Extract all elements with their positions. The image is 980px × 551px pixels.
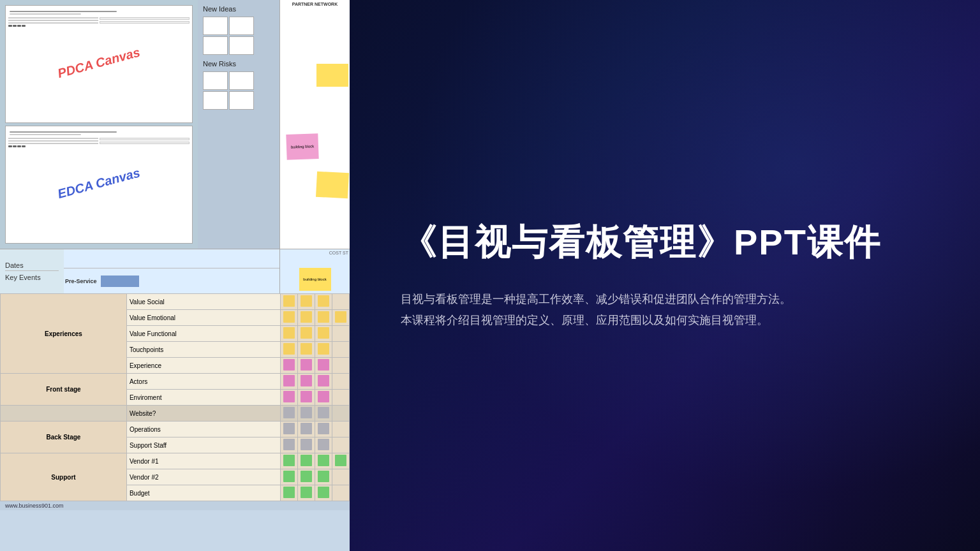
- grid-cell-2: [229, 17, 254, 35]
- left-panel: PDCA Canvas: [0, 0, 350, 551]
- cell-tp-2: [298, 342, 315, 358]
- cell-vs-2: [298, 294, 315, 310]
- timeline-section: Dates Key Events Pre-Service COST ST bui…: [0, 249, 350, 293]
- slide-thumb-2[interactable]: EDCA Canvas: [5, 126, 193, 244]
- cell-ss-3: [315, 437, 332, 453]
- grid-cell-4: [229, 36, 254, 55]
- subtitle: 目视与看板管理是一种提高工作效率、减少错误和促进团队合作的管理方法。 本课程将介…: [401, 289, 847, 330]
- cell-act-4: [332, 374, 350, 390]
- row-vendor2: Vendor #2: [126, 469, 280, 485]
- row-enviroment: Enviroment: [126, 390, 280, 406]
- cell-v2-4: [332, 469, 350, 485]
- dates-label: Dates: [5, 260, 59, 271]
- row-budget: Budget: [126, 485, 280, 501]
- group-experiences: Experiences: [1, 294, 127, 374]
- cell-bud-3: [315, 485, 332, 501]
- risk-cell-3: [203, 91, 228, 110]
- cell-ve-2: [298, 310, 315, 326]
- service-map-table: Experiences Value Social Value Emotional…: [0, 293, 350, 501]
- cell-tp-4: [332, 342, 350, 358]
- group-website-empty: [1, 406, 127, 422]
- pre-service-bar: [101, 276, 139, 287]
- cell-act-3: [315, 374, 332, 390]
- table-row: Back Stage Operations: [1, 422, 350, 437]
- table-row: Front stage Actors: [1, 374, 350, 390]
- cell-ss-4: [332, 437, 350, 453]
- sticky-pink-1: building block: [286, 133, 318, 160]
- description-line-1: 目视与看板管理是一种提高工作效率、减少错误和促进团队合作的管理方法。: [401, 289, 847, 309]
- table-row: Website?: [1, 406, 350, 422]
- cell-v1-3: [315, 453, 332, 469]
- grid-cell-3: [203, 36, 228, 55]
- cell-ve-1: [281, 310, 298, 326]
- bottom-bar: www.business901.com: [0, 501, 350, 510]
- risk-cell-2: [229, 71, 254, 90]
- row-value-functional: Value Functional: [126, 326, 280, 342]
- cell-vs-3: [315, 294, 332, 310]
- description-line-2: 本课程将介绍目视管理的定义、原理、应用范围以及如何实施目视管理。: [401, 310, 847, 330]
- cell-tp-3: [315, 342, 332, 358]
- cost-structure-label: COST ST: [280, 249, 350, 256]
- cell-exp-1: [281, 358, 298, 374]
- grid-cell-1: [203, 17, 228, 35]
- cell-env-1: [281, 390, 298, 406]
- sticky-yellow-1: [316, 172, 349, 199]
- cell-v1-1: [281, 453, 298, 469]
- row-operations: Operations: [126, 422, 280, 437]
- row-value-social: Value Social: [126, 294, 280, 310]
- main-title: 《目视与看板管理》PPT课件: [401, 221, 929, 263]
- cell-exp-3: [315, 358, 332, 374]
- cell-ops-2: [298, 422, 315, 437]
- row-website: Website?: [126, 406, 280, 422]
- cell-vs-1: [281, 294, 298, 310]
- cell-ss-1: [281, 437, 298, 453]
- cell-vf-3: [315, 326, 332, 342]
- cell-ve-3: [315, 310, 332, 326]
- new-risks-grid: [203, 71, 254, 110]
- cell-tp-1: [281, 342, 298, 358]
- cell-web-1: [281, 406, 298, 422]
- row-vendor1: Vendor #1: [126, 453, 280, 469]
- risk-cell-1: [203, 71, 228, 90]
- cell-v2-2: [298, 469, 315, 485]
- pre-service-label: Pre-Service: [64, 277, 98, 286]
- dates-row: [64, 249, 279, 268]
- cell-v1-4: [332, 453, 350, 469]
- cell-bud-4: [332, 485, 350, 501]
- new-risks-label: New Risks: [203, 60, 274, 68]
- cell-ops-1: [281, 422, 298, 437]
- cell-bud-2: [298, 485, 315, 501]
- sticky-yellow-2: [316, 64, 348, 87]
- cell-web-3: [315, 406, 332, 422]
- cell-v2-3: [315, 469, 332, 485]
- cell-web-2: [298, 406, 315, 422]
- slide-thumbs-left: PDCA Canvas: [0, 0, 198, 249]
- cell-web-4: [332, 406, 350, 422]
- cell-env-3: [315, 390, 332, 406]
- cell-bud-1: [281, 485, 298, 501]
- cell-ve-4: [332, 310, 350, 326]
- new-risks-area: New Risks: [203, 60, 274, 110]
- ideas-risks-area: New Ideas New Risks: [198, 0, 279, 249]
- key-events-row: Pre-Service: [64, 268, 279, 294]
- table-row: Experiences Value Social: [1, 294, 350, 310]
- cell-env-2: [298, 390, 315, 406]
- cell-vf-4: [332, 326, 350, 342]
- website-url: www.business901.com: [5, 503, 64, 509]
- right-panel: 《目视与看板管理》PPT课件 目视与看板管理是一种提高工作效率、减少错误和促进团…: [350, 0, 980, 551]
- cell-ops-4: [332, 422, 350, 437]
- slide-thumb-1[interactable]: PDCA Canvas: [5, 5, 193, 123]
- cell-env-4: [332, 390, 350, 406]
- service-table: Experiences Value Social Value Emotional…: [0, 293, 350, 501]
- row-touchpoints: Touchpoints: [126, 342, 280, 358]
- row-value-emotional: Value Emotional: [126, 310, 280, 326]
- sticky-yellow-cost: building block: [299, 268, 331, 291]
- cell-v1-2: [298, 453, 315, 469]
- partner-network-label: PARTNER NETWORK: [280, 0, 350, 8]
- group-support: Support: [1, 453, 127, 501]
- cell-v2-1: [281, 469, 298, 485]
- cell-ss-2: [298, 437, 315, 453]
- new-ideas-grid: [203, 17, 254, 55]
- cell-vf-1: [281, 326, 298, 342]
- group-front-stage: Front stage: [1, 374, 127, 406]
